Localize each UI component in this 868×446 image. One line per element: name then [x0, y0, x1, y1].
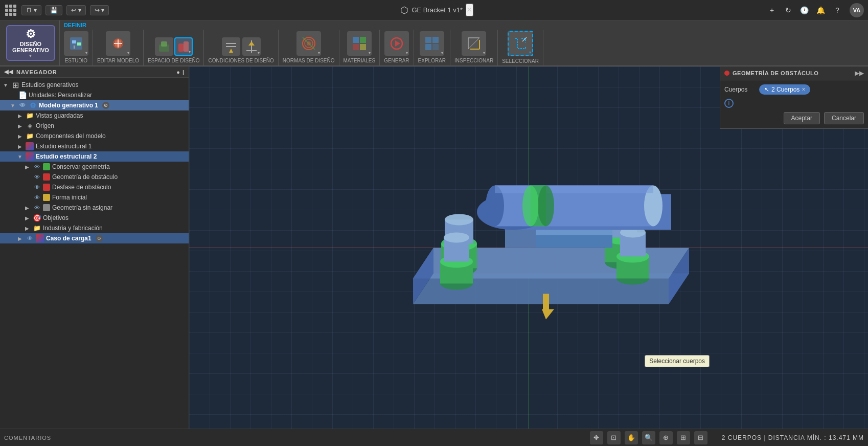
nav-spacer-desfase — [24, 184, 31, 191]
nav-item-desfase[interactable]: 👁 Desfase de obstáculo — [0, 182, 189, 192]
app-grid-icon[interactable] — [4, 4, 17, 17]
info-icon[interactable]: i — [724, 99, 734, 108]
normas-icon[interactable]: ▾ — [296, 31, 321, 56]
nav-item-origen[interactable]: ▶ ◈ Origen — [0, 121, 189, 131]
zoom-icon[interactable]: 🔍 — [642, 431, 655, 444]
nav-icon-eye-unassigned: 👁 — [33, 204, 41, 212]
nav-label-objetivos: Objetivos — [43, 214, 68, 221]
svg-marker-73 — [542, 309, 554, 319]
obstacle-chip-close[interactable]: × — [802, 86, 805, 93]
accept-btn[interactable]: Aceptar — [784, 112, 820, 124]
explorar-icon[interactable]: ▾ — [420, 31, 444, 56]
nav-item-estudio2[interactable]: ▼ Estudio estructural 2 — [0, 151, 189, 162]
nav-icon-vistas: 📁 — [26, 112, 34, 120]
nav-label-forma: Forma inicial — [52, 194, 87, 201]
ribbon-group-generar: ▾ GENERAR — [380, 30, 414, 65]
espacio-icon2[interactable]: ▾ — [174, 37, 193, 56]
nav-arrow-industria[interactable]: ▶ — [24, 225, 31, 232]
refresh-btn[interactable]: ↻ — [781, 3, 795, 17]
condiciones-icon2[interactable]: ▾ — [242, 37, 261, 56]
svg-line-36 — [468, 38, 479, 49]
materiales-icon[interactable]: ▾ — [347, 31, 372, 56]
navigator-title: NAVEGADOR — [16, 69, 57, 75]
close-tab-btn[interactable]: × — [466, 4, 473, 16]
avatar-btn[interactable]: VA — [850, 3, 864, 17]
pan-icon[interactable]: ✋ — [625, 431, 638, 444]
ribbon: ⚙ DISEÑOGENERATIVO ▾ DEFINIR ▾ ESTUDIO — [0, 20, 868, 66]
obstacle-expand-btn[interactable]: ▶▶ — [855, 70, 864, 77]
editar-icon[interactable]: ▾ — [106, 31, 130, 56]
cancel-btn[interactable]: Cancelar — [824, 112, 864, 124]
nav-arrow-objetivos[interactable]: ▶ — [24, 214, 31, 221]
center-mount — [505, 227, 612, 248]
nav-pin-btn[interactable]: | — [182, 69, 185, 75]
save-btn[interactable]: 💾 — [45, 5, 62, 15]
nav-icon-origen: ◈ — [26, 122, 34, 130]
nav-arrow-estudio1[interactable]: ▶ — [16, 143, 24, 150]
search-icon[interactable]: ⊕ — [659, 431, 673, 444]
nav-arrow-modelo[interactable]: ▼ — [9, 102, 16, 109]
nav-item-objetivos[interactable]: ▶ 🎯 Objetivos — [0, 213, 189, 223]
history-btn[interactable]: 🕐 — [797, 3, 812, 17]
viewport[interactable]: Seleccionar cuerpos POSTERIOR X — [189, 66, 868, 429]
nav-arrow-estudio2[interactable]: ▼ — [16, 153, 24, 160]
nav-arrow-origen[interactable]: ▶ — [16, 122, 24, 129]
obstacle-panel: GEOMETRÍA DE OBSTÁCULO ▶▶ Cuerpos ↖ 2 Cu… — [720, 66, 868, 129]
notifications-btn[interactable]: 🔔 — [814, 3, 828, 17]
redo-btn[interactable]: ↪ ▾ — [90, 5, 109, 15]
nav-item-estudios[interactable]: ▼ ⊞ Estudios generativos — [0, 80, 189, 90]
generar-icon[interactable]: ▾ — [384, 31, 409, 56]
nav-arrow-estudios[interactable]: ▼ — [2, 81, 9, 88]
nav-item-geometria[interactable]: 👁 Geometría de obstáculo — [0, 172, 189, 182]
nav-label-carga: Caso de carga1 — [46, 235, 92, 242]
nav-item-unidades[interactable]: 📄 Unidades: Personalizar — [0, 90, 189, 100]
espacio-icon1[interactable] — [155, 37, 173, 56]
nav-icon-eye-conservar: 👁 — [33, 163, 41, 171]
svg-rect-23 — [360, 37, 366, 43]
grid-icon[interactable]: ⊟ — [694, 431, 707, 444]
app-title: GE Bracket 1 v1* — [412, 6, 463, 14]
nav-arrow-vistas[interactable]: ▶ — [16, 112, 24, 119]
status-text: 2 Cuerpos | Distancia mín. : 13.471 mm — [722, 434, 864, 441]
undo-btn[interactable]: ↩ ▾ — [66, 5, 85, 15]
camera-icon[interactable]: ⊡ — [607, 431, 621, 444]
nav-arrow-componentes[interactable]: ▶ — [16, 132, 24, 140]
nav-arrow-unassigned[interactable]: ▶ — [24, 204, 31, 211]
nav-label-modelo: Modelo generativo 1 — [39, 102, 98, 109]
seleccionar-icon[interactable]: ▾ — [508, 31, 533, 56]
model-svg — [372, 120, 720, 386]
main-btn-label: DISEÑOGENERATIVO — [12, 41, 49, 53]
nav-item-industria[interactable]: ▶ 📁 Industria y fabricación — [0, 223, 189, 233]
nav-item-componentes[interactable]: ▶ 📁 Componentes del modelo — [0, 131, 189, 141]
nav-spacer-geometria — [24, 173, 31, 181]
new-file-btn[interactable]: 🗒 ▾ — [21, 5, 41, 15]
nav-item-conservar[interactable]: ▶ 👁 Conservar geometría — [0, 162, 189, 172]
nav-item-carga[interactable]: ▶ 👁 Caso de carga1 ⊙ — [0, 233, 189, 243]
nav-item-vistas[interactable]: ▶ 📁 Vistas guardadas — [0, 110, 189, 121]
ribbon-group-espacio: ▾ ESPACIO DE DISEÑO — [144, 30, 204, 65]
nav-collapse-btn[interactable]: ● — [176, 69, 180, 75]
nav-back-arrow[interactable]: ◀◀ — [4, 69, 13, 75]
nav-item-estudio1[interactable]: ▶ Estudio estructural 1 — [0, 141, 189, 151]
move-icon[interactable]: ✥ — [590, 431, 603, 444]
nav-label-industria: Industria y fabricación — [43, 225, 103, 232]
svg-point-50 — [444, 232, 469, 242]
select-icon: ↖ — [764, 86, 769, 93]
nav-label-estudios: Estudios generativos — [21, 81, 78, 88]
estudio-icon[interactable]: ▾ — [64, 31, 88, 56]
obstacle-chip[interactable]: ↖ 2 Cuerpos × — [759, 84, 810, 95]
nav-item-modelo[interactable]: ▼ 👁 ⚙ Modelo generativo 1 ⊙ — [0, 100, 189, 110]
condiciones-icon1[interactable] — [222, 37, 240, 56]
nav-icon-estudio2 — [26, 152, 34, 161]
nav-icon-eye-forma: 👁 — [33, 193, 41, 202]
generative-design-btn[interactable]: ⚙ DISEÑOGENERATIVO ▾ — [6, 25, 55, 61]
help-btn[interactable]: ? — [830, 3, 844, 17]
obstacle-info-row: i — [724, 99, 864, 108]
inspeccionar-icon[interactable]: ▾ — [462, 31, 486, 56]
nav-item-unassigned[interactable]: ▶ 👁 Geometría sin asignar — [0, 203, 189, 213]
nav-item-forma[interactable]: 👁 Forma inicial — [0, 192, 189, 203]
nav-arrow-carga[interactable]: ▶ — [16, 235, 24, 242]
nav-arrow-conservar[interactable]: ▶ — [24, 163, 31, 170]
view-icon[interactable]: ⊞ — [677, 431, 690, 444]
new-tab-btn[interactable]: + — [765, 3, 779, 17]
